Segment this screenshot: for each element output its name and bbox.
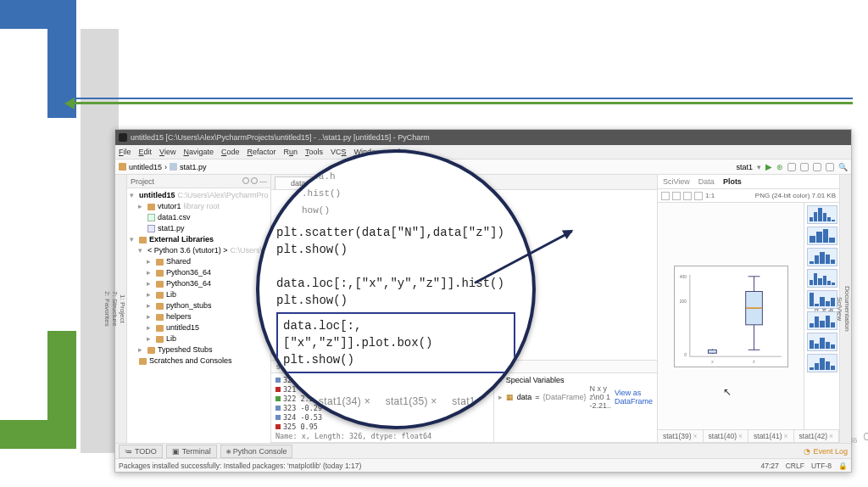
menu-file[interactable]: File (119, 148, 131, 156)
tree-row[interactable]: ▸Lib (130, 333, 268, 344)
attach-icon[interactable] (813, 163, 821, 171)
project-tree[interactable]: ▾untitled15 C:\Users\Alex\PycharmProject… (127, 188, 270, 368)
search-icon[interactable]: 🔍 (838, 163, 848, 171)
tree-row[interactable]: ▸Lib (130, 289, 268, 300)
bottom-tab[interactable]: stat1(40) × (704, 430, 749, 442)
menu-tools[interactable]: Tools (305, 148, 323, 156)
menu-edit[interactable]: Edit (139, 148, 153, 156)
coverage-icon[interactable] (787, 163, 796, 171)
sciview-tabs[interactable]: SciView Data Plots (658, 175, 839, 189)
menu-code[interactable]: Code (221, 148, 240, 156)
slide-rule-blue (75, 98, 853, 99)
special-vars[interactable]: Special Variables (506, 376, 565, 384)
bottom-tab[interactable]: stat1(41) × (748, 430, 794, 442)
run-icon[interactable]: ▶ (765, 162, 772, 171)
tree-row[interactable]: ▾External Libraries (130, 234, 268, 245)
project-pane: Project — ▾untitled15 C:\Users\Alex\Pych… (127, 175, 271, 443)
file-icon (170, 163, 177, 171)
folder-icon (119, 163, 126, 171)
svg-text:200: 200 (679, 299, 686, 304)
status-message: Packages installed successfully: Install… (119, 462, 361, 470)
tool-window-tabs[interactable]: ≔ TODO ▣ Terminal ⎈ Python Console ◔ Eve… (115, 443, 851, 458)
tab-python-console[interactable]: ⎈ Python Console (220, 445, 293, 458)
var-name[interactable]: data (517, 393, 532, 401)
stop-icon[interactable] (826, 163, 834, 171)
collapse-icon[interactable] (242, 177, 249, 184)
slide-bracket-bottom (0, 331, 76, 449)
bottom-tabs-right[interactable]: stat1(39) ×stat1(40) ×stat1(41) ×stat1(4… (658, 429, 839, 443)
tree-row[interactable]: ▸vtutor1 library root (130, 201, 268, 212)
gutter-favorites[interactable]: 2: Favorites (103, 175, 111, 443)
tree-row[interactable]: data1.csv (130, 212, 268, 223)
zoom-out-icon[interactable] (694, 192, 703, 200)
tree-row[interactable]: ▾< Python 3.6 (vtutor1) > C:\Users\Alex\… (130, 245, 268, 256)
svg-rect-7 (708, 350, 716, 353)
hide-icon[interactable]: — (259, 177, 267, 186)
tab-terminal[interactable]: ▣ Terminal (166, 445, 217, 458)
menu-view[interactable]: View (159, 148, 175, 156)
plot-thumbnail[interactable] (807, 290, 837, 309)
tree-row[interactable]: ▸python_stubs (130, 300, 268, 311)
save-icon[interactable] (672, 192, 681, 200)
gutter-structure[interactable]: 7: Structure (111, 175, 119, 443)
gutter-project[interactable]: 1: Project (119, 175, 126, 443)
plot-thumbnail[interactable] (807, 205, 837, 224)
profile-icon[interactable] (800, 163, 809, 171)
var-summary: N x y z\n0 1 -2.21.. (589, 384, 611, 410)
tab-sciview[interactable]: SciView (663, 177, 690, 186)
zoom-level: 1:1 (705, 192, 715, 199)
debug-icon[interactable]: ⊛ (776, 163, 783, 171)
tree-row[interactable]: ▾untitled15 C:\Users\Alex\PycharmProject… (130, 190, 268, 201)
plot-thumbnail[interactable] (807, 248, 837, 266)
gear-icon[interactable] (864, 433, 868, 440)
gutter-documentation[interactable]: Documentation (843, 175, 851, 443)
run-config-select[interactable]: stat1 (736, 163, 753, 171)
tree-row[interactable]: ▸helpers (130, 311, 268, 322)
chevron-right-icon[interactable]: ▸ (498, 393, 503, 401)
tree-row[interactable]: ▸Shared (130, 256, 268, 267)
plot-thumbnail[interactable] (807, 227, 837, 245)
encoding[interactable]: UTF-8 (811, 462, 832, 470)
menu-refactor[interactable]: Refactor (247, 148, 275, 156)
tree-row[interactable]: Scratches and Consoles (130, 355, 268, 367)
zoom-in-icon[interactable] (683, 192, 692, 200)
crumb-file[interactable]: stat1.py (180, 163, 207, 171)
tab-todo[interactable]: ≔ TODO (119, 445, 163, 458)
tree-row[interactable]: ▸Typeshed Stubs (130, 344, 268, 355)
menu-vcs[interactable]: VCS (331, 148, 347, 156)
crumb-root[interactable]: untitled15 (129, 163, 162, 171)
tab-plots[interactable]: Plots (723, 177, 742, 186)
code-highlight: data.loc[:,["x","z"]].plot.box()plt.show… (276, 312, 515, 373)
tab-data[interactable]: Data (698, 177, 715, 186)
navigation-bar: untitled15 › stat1.py stat1 ▾ ▶ ⊛ 🔍 (115, 160, 851, 175)
plot-thumbnail[interactable] (807, 354, 837, 372)
tree-row[interactable]: ▸untitled15 (130, 322, 268, 333)
tree-row[interactable]: ▸Python36_64 (130, 278, 268, 289)
bottom-tab[interactable]: stat1(39) × (658, 430, 704, 442)
zoom-lens: data.h.hist()how() plt.scatter(data["N"]… (256, 149, 536, 429)
breadcrumb[interactable]: untitled15 › stat1.py (119, 163, 207, 171)
plot-thumbnail[interactable] (807, 333, 837, 351)
boxplot-icon: 400 200 0 x z (674, 266, 788, 367)
plot-thumbnail[interactable] (807, 269, 837, 288)
menu-navigate[interactable]: Navigate (183, 148, 214, 156)
menubar[interactable]: File Edit View Navigate Code Refactor Ru… (115, 145, 851, 160)
code-snippet: plt.scatter(data["N"],data["z"])plt.show… (276, 224, 515, 309)
view-dataframe-link[interactable]: View as DataFrame (615, 389, 653, 406)
tree-row[interactable]: stat1.py (130, 223, 268, 234)
tree-row[interactable]: ▸Python36_64 (130, 267, 268, 278)
zoom-bottom-tabs: stat1(34) × stat1(35) × stat1 (319, 395, 487, 407)
titlebar[interactable]: untitled15 [C:\Users\Alex\PycharmProject… (115, 130, 851, 145)
svg-text:400: 400 (679, 274, 686, 278)
gear-icon[interactable] (251, 177, 258, 184)
line-separator[interactable]: CRLF (786, 462, 804, 470)
event-log-button[interactable]: ◔ Event Log (804, 447, 848, 456)
variables-panel[interactable]: ▸ Special Variables ▸ ▦ data = {DataFram… (494, 373, 657, 442)
status-bar: Packages installed successfully: Install… (115, 458, 851, 472)
menu-run[interactable]: Run (283, 148, 298, 156)
left-tool-gutter[interactable]: 1: Project 7: Structure 2: Favorites (115, 175, 127, 443)
plot-thumbnail[interactable] (807, 311, 837, 330)
expand-icon[interactable] (661, 192, 670, 200)
var-type: {DataFrame} (542, 393, 586, 401)
right-tool-gutter[interactable]: Documentation SciView R Graphics R Packa… (839, 175, 851, 443)
